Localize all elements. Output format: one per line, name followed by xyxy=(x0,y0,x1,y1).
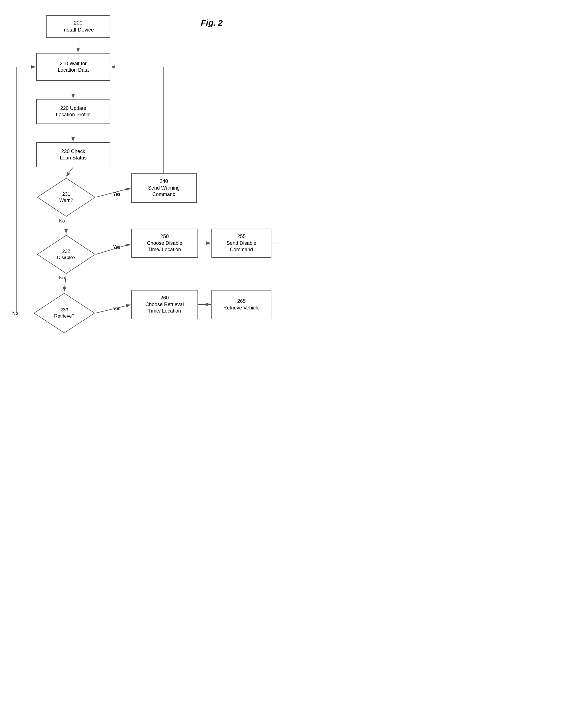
box-220: 220 Update Location Profile xyxy=(36,99,110,124)
label-250: 250 Choose Disable Time/ Location xyxy=(147,233,182,253)
label-265: 265 Retrieve Vehicle xyxy=(223,298,260,311)
label-220: 220 Update Location Profile xyxy=(56,105,90,118)
label-255: 255 Send Disable Command xyxy=(226,233,256,253)
fig-label: Fig. 2 xyxy=(201,18,223,28)
label-200: 200 Install Device xyxy=(63,19,94,33)
label-d233: 233 Retrieve? xyxy=(54,307,75,319)
no-label-1: No xyxy=(59,219,65,224)
box-200: 200 Install Device xyxy=(46,15,110,38)
yes-label-1: Yes xyxy=(113,192,120,197)
box-230: 230 Check Loan Status xyxy=(36,142,110,167)
box-255: 255 Send Disable Command xyxy=(211,229,271,258)
diamond-231: 231 Warn? xyxy=(36,177,96,218)
diamond-232: 232 Disable? xyxy=(36,234,96,274)
label-210: 210 Wait for Location Data xyxy=(58,61,89,74)
box-250: 250 Choose Disable Time/ Location xyxy=(131,229,198,258)
diamond-233: 233 Retrieve? xyxy=(33,292,96,334)
no-label-3: No xyxy=(12,311,18,316)
box-210: 210 Wait for Location Data xyxy=(36,53,110,81)
label-240: 240 Send Warning Command xyxy=(148,178,180,198)
yes-label-2: Yes xyxy=(113,245,120,250)
box-240: 240 Send Warning Command xyxy=(131,173,197,203)
box-265: 265 Retrieve Vehicle xyxy=(211,290,271,319)
label-d232: 232 Disable? xyxy=(57,248,75,260)
no-label-2: No xyxy=(59,275,65,280)
label-230: 230 Check Loan Status xyxy=(60,148,87,161)
box-260: 260 Choose Retrieval Time/ Location xyxy=(131,290,198,319)
label-d231: 231 Warn? xyxy=(60,191,73,203)
label-260: 260 Choose Retrieval Time/ Location xyxy=(145,295,184,314)
svg-line-7 xyxy=(66,167,73,177)
yes-label-3: Yes xyxy=(113,306,120,311)
